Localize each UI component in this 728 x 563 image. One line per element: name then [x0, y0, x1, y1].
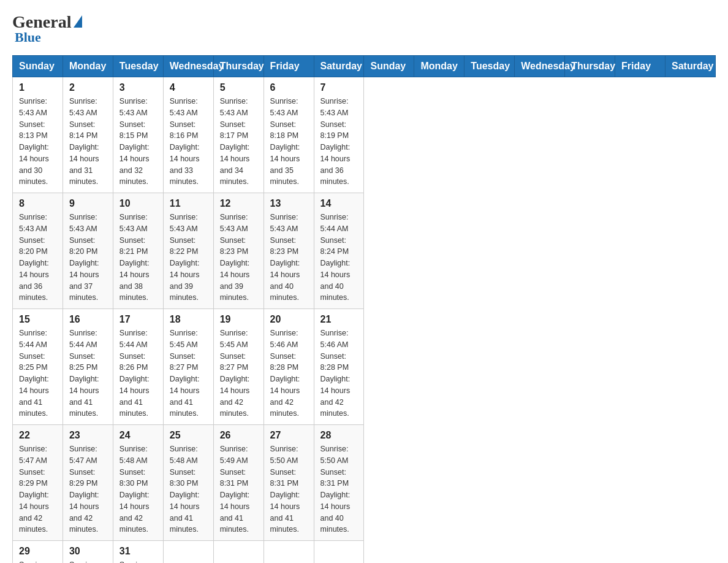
day-info: Sunrise: 5:43 AMSunset: 8:18 PMDaylight:… [270, 96, 308, 188]
day-info: Sunrise: 5:44 AMSunset: 8:24 PMDaylight:… [320, 212, 358, 304]
calendar-table: SundayMondayTuesdayWednesdayThursdayFrid… [12, 55, 716, 563]
day-number: 7 [320, 82, 358, 93]
calendar-cell: 27Sunrise: 5:50 AMSunset: 8:31 PMDayligh… [264, 425, 314, 541]
header-day-monday: Monday [414, 56, 464, 77]
calendar-cell: 31Sunrise: 5:52 AMSunset: 8:32 PMDayligh… [113, 541, 163, 564]
day-info: Sunrise: 5:43 AMSunset: 8:13 PMDaylight:… [19, 96, 56, 188]
calendar-cell: 10Sunrise: 5:43 AMSunset: 8:21 PMDayligh… [113, 193, 163, 309]
day-number: 25 [170, 430, 207, 441]
calendar-week-row: 29Sunrise: 5:51 AMSunset: 8:31 PMDayligh… [13, 541, 716, 564]
header-day-wednesday: Wednesday [515, 56, 565, 77]
header-day-sunday: Sunday [364, 56, 414, 77]
calendar-cell: 4Sunrise: 5:43 AMSunset: 8:16 PMDaylight… [163, 77, 213, 193]
header-day-tuesday: Tuesday [113, 56, 163, 77]
day-info: Sunrise: 5:43 AMSunset: 8:22 PMDaylight:… [170, 212, 207, 304]
calendar-cell: 19Sunrise: 5:45 AMSunset: 8:27 PMDayligh… [213, 309, 264, 425]
day-number: 3 [119, 82, 157, 93]
calendar-cell: 5Sunrise: 5:43 AMSunset: 8:17 PMDaylight… [213, 77, 264, 193]
day-number: 13 [270, 198, 308, 209]
calendar-cell: 11Sunrise: 5:43 AMSunset: 8:22 PMDayligh… [163, 193, 213, 309]
calendar-cell: 28Sunrise: 5:50 AMSunset: 8:31 PMDayligh… [314, 425, 364, 541]
header-day-monday: Monday [63, 56, 113, 77]
day-number: 18 [170, 314, 207, 325]
calendar-cell: 20Sunrise: 5:46 AMSunset: 8:28 PMDayligh… [264, 309, 314, 425]
day-number: 10 [119, 198, 157, 209]
day-number: 14 [320, 198, 358, 209]
day-info: Sunrise: 5:43 AMSunset: 8:17 PMDaylight:… [220, 96, 257, 188]
calendar-header-row: SundayMondayTuesdayWednesdayThursdayFrid… [13, 56, 716, 77]
day-number: 16 [69, 314, 107, 325]
day-info: Sunrise: 5:48 AMSunset: 8:30 PMDaylight:… [170, 443, 207, 535]
day-number: 5 [220, 82, 257, 93]
calendar-cell: 23Sunrise: 5:47 AMSunset: 8:29 PMDayligh… [63, 425, 113, 541]
day-number: 8 [19, 198, 56, 209]
calendar-cell: 25Sunrise: 5:48 AMSunset: 8:30 PMDayligh… [163, 425, 213, 541]
calendar-cell: 12Sunrise: 5:43 AMSunset: 8:23 PMDayligh… [213, 193, 264, 309]
calendar-cell: 17Sunrise: 5:44 AMSunset: 8:26 PMDayligh… [113, 309, 163, 425]
calendar-cell: 9Sunrise: 5:43 AMSunset: 8:20 PMDaylight… [63, 193, 113, 309]
day-number: 26 [220, 430, 257, 441]
day-number: 21 [320, 314, 358, 325]
day-number: 4 [170, 82, 207, 93]
logo-blue-text: Blue [12, 29, 41, 45]
day-info: Sunrise: 5:45 AMSunset: 8:27 PMDaylight:… [170, 327, 207, 419]
day-info: Sunrise: 5:47 AMSunset: 8:29 PMDaylight:… [69, 443, 107, 535]
calendar-cell: 6Sunrise: 5:43 AMSunset: 8:18 PMDaylight… [264, 77, 314, 193]
calendar-cell: 26Sunrise: 5:49 AMSunset: 8:31 PMDayligh… [213, 425, 264, 541]
day-number: 15 [19, 314, 56, 325]
day-info: Sunrise: 5:43 AMSunset: 8:19 PMDaylight:… [320, 96, 358, 188]
calendar-cell [163, 541, 213, 564]
header-day-friday: Friday [264, 56, 314, 77]
day-number: 31 [119, 546, 157, 557]
header-day-sunday: Sunday [13, 56, 63, 77]
calendar-cell [213, 541, 264, 564]
day-number: 28 [320, 430, 358, 441]
day-info: Sunrise: 5:43 AMSunset: 8:21 PMDaylight:… [119, 212, 157, 304]
day-number: 1 [19, 82, 56, 93]
day-info: Sunrise: 5:44 AMSunset: 8:26 PMDaylight:… [119, 327, 157, 419]
calendar-cell: 15Sunrise: 5:44 AMSunset: 8:25 PMDayligh… [13, 309, 63, 425]
day-number: 30 [69, 546, 107, 557]
logo-triangle-icon [74, 15, 82, 28]
calendar-cell: 18Sunrise: 5:45 AMSunset: 8:27 PMDayligh… [163, 309, 213, 425]
day-number: 11 [170, 198, 207, 209]
calendar-week-row: 8Sunrise: 5:43 AMSunset: 8:20 PMDaylight… [13, 193, 716, 309]
day-number: 9 [69, 198, 107, 209]
day-info: Sunrise: 5:52 AMSunset: 8:32 PMDaylight:… [119, 559, 157, 563]
day-info: Sunrise: 5:50 AMSunset: 8:31 PMDaylight:… [270, 443, 308, 535]
day-info: Sunrise: 5:43 AMSunset: 8:20 PMDaylight:… [19, 212, 56, 304]
calendar-cell: 24Sunrise: 5:48 AMSunset: 8:30 PMDayligh… [113, 425, 163, 541]
page-header: General Blue [12, 12, 716, 45]
calendar-week-row: 15Sunrise: 5:44 AMSunset: 8:25 PMDayligh… [13, 309, 716, 425]
calendar-cell: 21Sunrise: 5:46 AMSunset: 8:28 PMDayligh… [314, 309, 364, 425]
day-info: Sunrise: 5:45 AMSunset: 8:27 PMDaylight:… [220, 327, 257, 419]
calendar-cell [264, 541, 314, 564]
header-day-saturday: Saturday [665, 56, 715, 77]
day-info: Sunrise: 5:46 AMSunset: 8:28 PMDaylight:… [270, 327, 308, 419]
header-day-friday: Friday [615, 56, 665, 77]
day-number: 22 [19, 430, 56, 441]
day-number: 24 [119, 430, 157, 441]
calendar-cell: 1Sunrise: 5:43 AMSunset: 8:13 PMDaylight… [13, 77, 63, 193]
day-info: Sunrise: 5:44 AMSunset: 8:25 PMDaylight:… [19, 327, 56, 419]
calendar-cell: 3Sunrise: 5:43 AMSunset: 8:15 PMDaylight… [113, 77, 163, 193]
calendar-cell: 8Sunrise: 5:43 AMSunset: 8:20 PMDaylight… [13, 193, 63, 309]
day-info: Sunrise: 5:51 AMSunset: 8:31 PMDaylight:… [19, 559, 56, 563]
day-info: Sunrise: 5:46 AMSunset: 8:28 PMDaylight:… [320, 327, 358, 419]
header-day-thursday: Thursday [565, 56, 615, 77]
header-day-saturday: Saturday [314, 56, 364, 77]
day-info: Sunrise: 5:48 AMSunset: 8:30 PMDaylight:… [119, 443, 157, 535]
calendar-cell: 29Sunrise: 5:51 AMSunset: 8:31 PMDayligh… [13, 541, 63, 564]
day-info: Sunrise: 5:50 AMSunset: 8:31 PMDaylight:… [320, 443, 358, 535]
day-info: Sunrise: 5:43 AMSunset: 8:15 PMDaylight:… [119, 96, 157, 188]
calendar-week-row: 1Sunrise: 5:43 AMSunset: 8:13 PMDaylight… [13, 77, 716, 193]
day-info: Sunrise: 5:43 AMSunset: 8:23 PMDaylight:… [220, 212, 257, 304]
day-number: 20 [270, 314, 308, 325]
day-number: 12 [220, 198, 257, 209]
day-info: Sunrise: 5:43 AMSunset: 8:23 PMDaylight:… [270, 212, 308, 304]
day-number: 23 [69, 430, 107, 441]
day-info: Sunrise: 5:52 AMSunset: 8:32 PMDaylight:… [69, 559, 107, 563]
calendar-cell: 2Sunrise: 5:43 AMSunset: 8:14 PMDaylight… [63, 77, 113, 193]
day-info: Sunrise: 5:43 AMSunset: 8:14 PMDaylight:… [69, 96, 107, 188]
day-number: 29 [19, 546, 56, 557]
